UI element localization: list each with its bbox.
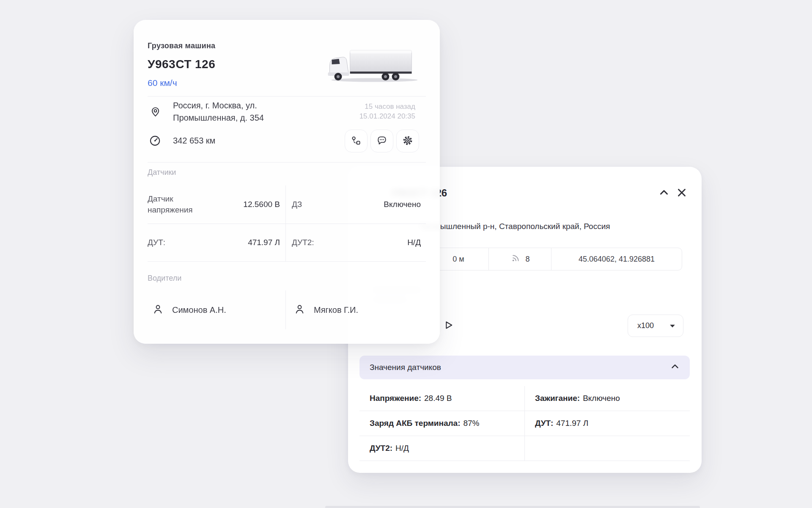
satellites-value: 8 [525,255,529,264]
cell-value: 87% [463,419,479,428]
table-cell-ignition: Зажигание: Включено [524,386,690,411]
close-button[interactable] [675,186,689,200]
cell-label: ДУТ2: [370,444,392,453]
location-pin-icon [150,106,161,119]
vehicle-address: Россия, г. Москва, ул. Промышленная, д. … [173,99,264,124]
satellite-signal-icon [510,252,521,266]
sensor-value: Включено [384,200,421,209]
updated-relative: 15 часов назад [359,102,415,111]
page-background: { "colors": { "accent": "#3f6be4", "sens… [0,0,812,508]
chevron-up-icon [669,361,680,374]
caret-down-icon [669,321,675,330]
driver-item: Симонов А.Н. [148,290,285,329]
sensor-value: 12.5600 В [243,200,280,209]
person-icon [294,304,305,317]
drivers-list: Симонов А.Н. Мягков Г.И. [148,290,426,329]
table-cell-fuel1: ДУТ: 471.97 Л [524,411,690,436]
sensor-cell-ignition: ДЗ Включено [285,185,426,224]
cell-value: Включено [583,394,620,403]
cell-value: 471.97 Л [556,419,588,428]
table-cell-voltage: Напряжение: 28.49 В [359,386,524,411]
odometer-value: 342 653 км [173,136,215,146]
sensor-label: ДУТ: [148,237,165,248]
sensor-value: 471.97 Л [248,238,280,247]
sensor-cell-fuel2: ДУТ2: Н/Д [285,224,426,262]
detail-address: Промышленный р-н, Ставропольский край, Р… [420,222,610,231]
address-line-2: Промышленная, д. 354 [173,112,264,124]
collapse-button[interactable] [657,186,671,200]
sensor-cell-voltage: Датчик напряжения 12.5600 В [148,185,285,224]
sensor-label: Датчик напряжения [148,193,207,215]
cell-value: Н/Д [395,444,409,453]
settings-button[interactable] [396,130,419,152]
odometer-icon [149,135,161,149]
table-cell-empty [524,436,690,461]
close-icon [675,186,688,200]
address-line-1: Россия, г. Москва, ул. [173,99,264,112]
coordinates-box: 45.064062, 41.926881 [551,248,682,271]
updated-datetime: 15.01.2024 20:35 [359,111,415,121]
playback-speed-value: x100 [637,321,654,330]
route-button[interactable] [345,130,368,152]
table-cell-battery: Заряд АКБ терминала: 87% [359,411,524,436]
vehicle-info-card: Грузовая машина У963СТ 126 60 км/ч [134,20,440,344]
driver-item: Мягков Г.И. [285,290,426,329]
sensor-value: Н/Д [407,238,421,247]
play-icon [442,326,454,332]
sensor-label: ДЗ [292,199,302,210]
playback-speed-select[interactable]: x100 [628,315,683,337]
last-update: 15 часов назад 15.01.2024 20:35 [359,102,415,121]
gear-icon [402,135,413,147]
chat-button[interactable] [370,130,393,152]
route-icon [351,135,362,147]
cell-label: Зажигание: [535,394,580,403]
sensor-values-title: Значения датчиков [370,363,441,372]
divider [148,162,426,163]
vehicle-actions [345,130,419,152]
cell-label: Напряжение: [370,394,421,403]
table-cell-fuel2: ДУТ2: Н/Д [359,436,524,461]
speed-value: 60 км/ч [148,78,177,88]
driver-name: Мягков Г.И. [314,305,358,315]
altitude-value: 0 м [453,255,464,264]
plate-number: У963СТ 126 [148,58,215,71]
sensor-table: Датчик напряжения 12.5600 В ДЗ Включено … [148,185,426,262]
divider [148,96,426,97]
sensor-values-header[interactable]: Значения датчиков [359,356,690,379]
person-icon [152,304,164,317]
satellites-box: 8 [488,248,551,271]
drivers-section-title: Водители [148,274,181,283]
driver-name: Симонов А.Н. [172,305,226,315]
bottom-card-edge [325,506,700,508]
sensors-section-title: Датчики [148,168,176,177]
sensor-values-table: Напряжение: 28.49 В Зажигание: Включено … [359,386,690,461]
vehicle-type-label: Грузовая машина [148,41,215,50]
coordinates-value: 45.064062, 41.926881 [579,255,655,264]
cell-label: Заряд АКБ терминала: [370,419,460,428]
truck-image [323,48,425,85]
cell-value: 28.49 В [424,394,452,403]
chat-icon [376,135,387,147]
play-button[interactable] [442,319,455,332]
sensor-cell-fuel1: ДУТ: 471.97 Л [148,224,285,262]
cell-label: ДУТ: [535,419,553,428]
chevron-up-icon [658,186,670,200]
sensor-label: ДУТ2: [292,237,314,248]
